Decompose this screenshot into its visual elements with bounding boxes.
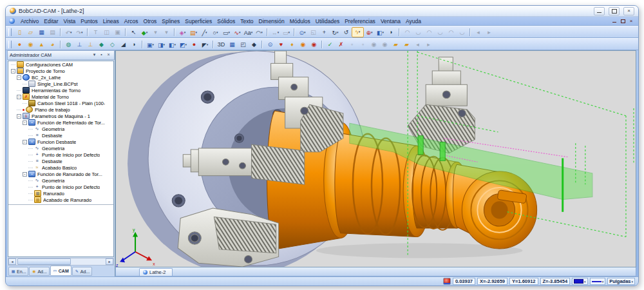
menu-item-ayuda[interactable]: Ayuda — [403, 18, 424, 24]
dynamic-view-icon[interactable]: ϟ — [352, 27, 364, 37]
nav-next-icon[interactable]: ▸ — [423, 40, 434, 49]
tree-item[interactable]: Acabado Basico — [8, 164, 113, 171]
tree-item[interactable]: Punto de Inicio por Defecto — [8, 151, 113, 158]
open-job-icon[interactable]: ▰ — [390, 40, 401, 49]
dimension-icon[interactable]: ↔ — [270, 28, 281, 37]
surface-tool-icon[interactable]: ◠ — [446, 28, 457, 37]
step-icon[interactable]: ▫ — [346, 40, 357, 49]
expand-toggle-icon[interactable]: - — [17, 75, 21, 80]
menu-item-editar[interactable]: Editar — [41, 18, 61, 24]
paste-icon[interactable]: ▣ — [112, 28, 123, 37]
text-icon[interactable]: Aa — [243, 28, 254, 37]
sidebar-tab-ad[interactable]: Ad... — [72, 267, 92, 276]
vector-icon[interactable]: ◤ — [200, 40, 211, 49]
tree-item[interactable]: -Función de Ranurado de Tor... — [8, 171, 113, 177]
history-back-icon[interactable]: ◂ — [473, 28, 484, 37]
mdi-close-icon[interactable]: × — [627, 18, 635, 24]
tree-item[interactable]: Geometría — [8, 126, 113, 132]
wcs-icon[interactable]: ◨ — [156, 40, 167, 49]
zoom-icon[interactable]: ⊙ — [297, 28, 308, 37]
annotation-icon[interactable]: ▭ — [281, 28, 292, 37]
orbit-icon[interactable]: ↺ — [341, 28, 352, 37]
extrude-icon[interactable]: ◢ — [118, 40, 129, 49]
menu-item-splines[interactable]: Splines — [159, 18, 182, 24]
surface-tool-icon[interactable]: ◡ — [413, 28, 424, 37]
nav-prev-icon[interactable]: ◂ — [412, 40, 423, 49]
format-icon[interactable]: T — [90, 28, 101, 37]
scroll-left-icon[interactable]: ◂ — [8, 258, 16, 265]
tree-item[interactable]: Desbaste — [8, 132, 113, 139]
menu-item-arcos[interactable]: Arcos — [122, 18, 141, 24]
solids-icon[interactable]: ◆ — [96, 40, 107, 49]
maximize-button[interactable] — [609, 7, 620, 15]
sidebar-tab-ad[interactable]: Ad... — [29, 267, 49, 276]
tree-item[interactable]: Single_Line.BCPst — [8, 81, 113, 87]
shield-icon[interactable]: ♥ — [276, 40, 287, 49]
lamp-icon[interactable]: ◉ — [368, 40, 379, 49]
shaded-edges-icon[interactable]: ◉ — [25, 40, 36, 49]
expand-toggle-icon[interactable]: - — [11, 69, 15, 73]
menu-item-solidos[interactable]: Sólidos — [214, 18, 238, 24]
menu-item-dimension[interactable]: Dimensión — [256, 18, 287, 24]
tree-item[interactable]: -Funcion Desbaste — [8, 139, 113, 145]
copy-icon[interactable]: ◫ — [101, 28, 112, 37]
toolbar-grip[interactable] — [8, 41, 12, 48]
surface-tool-icon[interactable]: ◠ — [402, 28, 413, 37]
zoom-window-icon[interactable]: ◱ — [308, 28, 319, 37]
rectangle-icon[interactable]: ▭ — [221, 28, 232, 37]
tree-item[interactable]: Geometría — [8, 177, 113, 184]
snap-increment-icon[interactable] — [443, 278, 451, 285]
mdi-minimize-icon[interactable] — [611, 18, 618, 24]
tree-item[interactable]: Punto de Inicio por Defecto — [8, 184, 113, 190]
expand-toggle-icon[interactable]: - — [17, 114, 21, 119]
tree-item[interactable]: -Parametros de Maquina - 1 — [8, 113, 113, 119]
sidebar-tab-cam[interactable]: CAM — [50, 266, 71, 276]
view-3d-icon[interactable]: 3D — [216, 40, 227, 49]
open-file-icon[interactable]: ▱ — [25, 28, 36, 37]
menu-item-superficies[interactable]: Superficies — [182, 18, 214, 24]
tree-item[interactable]: Acabado de Ranurado — [8, 197, 113, 203]
shading-mode-icon[interactable]: ◗ — [386, 28, 397, 37]
rotate-view-icon[interactable]: ↻ — [330, 28, 341, 37]
pan-icon[interactable]: + — [319, 28, 330, 37]
globe-icon[interactable]: ◍ — [63, 40, 74, 49]
menu-item-otros[interactable]: Otros — [141, 18, 160, 24]
tree-item[interactable]: Herramientas de Torno — [8, 87, 113, 93]
compute-icon[interactable]: ✓ — [325, 40, 336, 49]
close-button[interactable]: × — [623, 7, 634, 15]
menu-item-texto[interactable]: Texto — [238, 18, 256, 24]
menu-item-archivo[interactable]: Archivo — [18, 18, 41, 24]
axes-icon[interactable]: ⊥ — [74, 40, 85, 49]
expand-toggle-icon[interactable]: - — [23, 140, 27, 144]
menu-item-preferencias[interactable]: Preferencias — [342, 18, 378, 24]
fill-color-icon[interactable]: ♦ — [287, 40, 298, 49]
shaded-view-icon[interactable]: ● — [14, 40, 25, 49]
tree-hscrollbar[interactable]: ◂ ▸ — [8, 258, 114, 266]
circle-icon[interactable]: ○ — [210, 28, 221, 37]
units-dropdown[interactable]: Pulgadas ▾ — [607, 278, 635, 285]
surface-tool-icon[interactable]: ◠ — [424, 28, 435, 37]
menu-item-ventana[interactable]: Ventana — [378, 18, 403, 24]
wireframe-icon[interactable]: ◕ — [47, 40, 58, 49]
translucent-icon[interactable]: ▲ — [36, 40, 47, 49]
history-forward-icon[interactable]: ▸ — [484, 28, 495, 37]
surface-tool-icon[interactable]: ◡ — [457, 28, 468, 37]
tree-item[interactable]: Carbon Steel 1018 - Plain (100- — [8, 100, 113, 106]
select-cursor-icon[interactable]: ↖ — [128, 28, 139, 37]
tree-item[interactable]: -Función de Refrentado de Tor... — [8, 119, 113, 126]
simulate-icon[interactable]: ◉ — [298, 40, 308, 49]
viewports-icon[interactable]: ▦ — [227, 40, 238, 49]
point-icon[interactable]: ● — [189, 40, 200, 49]
arc-icon[interactable]: ◠ — [254, 28, 265, 37]
tree-item[interactable]: Plano de trabajo — [8, 106, 113, 113]
selection-filter-icon[interactable]: ▾ — [161, 28, 172, 37]
scrollbar-thumb[interactable] — [17, 258, 71, 265]
tree-item[interactable]: Configuraciones CAM — [8, 61, 113, 68]
scroll-right-icon[interactable]: ▸ — [106, 258, 113, 265]
layers-icon[interactable]: ▤ — [188, 28, 199, 37]
layer-set-icon[interactable]: ◩ — [178, 40, 189, 49]
panel-close-icon[interactable]: × — [105, 52, 112, 59]
select-color-icon[interactable]: ◆ — [139, 28, 150, 37]
menu-item-utilidades[interactable]: Utilidades — [313, 18, 342, 24]
minimize-button[interactable] — [594, 7, 605, 15]
